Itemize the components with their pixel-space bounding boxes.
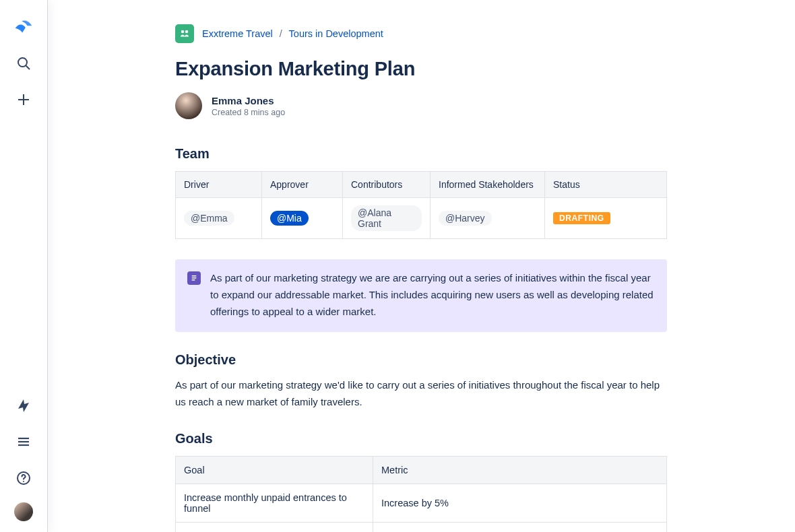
note-icon	[187, 271, 201, 285]
author-avatar[interactable]	[175, 92, 202, 119]
team-th-driver: Driver	[176, 172, 262, 198]
goal-cell: Increase monthly signups	[176, 522, 373, 532]
team-section: Team Driver Approver Contributors Inform…	[175, 146, 667, 239]
help-icon[interactable]	[11, 466, 36, 490]
status-badge: DRAFTING	[553, 212, 610, 224]
mention-stakeholder[interactable]: @Harvey	[439, 211, 492, 226]
space-avatar-icon[interactable]	[175, 24, 194, 43]
svg-rect-13	[192, 277, 197, 279]
goals-th-goal: Goal	[176, 456, 373, 484]
objective-text: As part of our marketing strategy we'd l…	[175, 377, 667, 411]
team-table: Driver Approver Contributors Informed St…	[175, 171, 667, 239]
page-title: Expansion Marketing Plan	[175, 58, 667, 80]
goals-heading: Goals	[175, 431, 667, 446]
goal-cell: Increase monthly unpaid entrances to fun…	[176, 484, 373, 522]
objective-section: Objective As part of our marketing strat…	[175, 352, 667, 411]
team-heading: Team	[175, 146, 667, 162]
metric-cell: Increase by 5%	[373, 484, 667, 522]
svg-rect-12	[192, 275, 197, 277]
metric-cell: Increase by 5%	[373, 522, 667, 532]
mention-driver[interactable]: @Emma	[184, 211, 234, 226]
table-row: Increase monthly signups Increase by 5%	[176, 522, 667, 532]
team-th-contributors: Contributors	[343, 172, 431, 198]
panel-text: As part of our marketing strategy we are…	[210, 270, 655, 320]
breadcrumb-space-link[interactable]: Exxtreme Travel	[202, 28, 273, 39]
page-byline: Emma Jones Created 8 mins ago	[175, 92, 667, 119]
team-th-approver: Approver	[262, 172, 343, 198]
info-panel: As part of our marketing strategy we are…	[175, 259, 667, 332]
product-logo-icon[interactable]	[11, 15, 36, 39]
team-th-stakeholders: Informed Stakeholders	[431, 172, 545, 198]
table-header-row: Goal Metric	[176, 456, 667, 484]
svg-point-9	[181, 30, 185, 34]
svg-line-1	[26, 66, 30, 70]
breadcrumb-separator: /	[280, 28, 282, 39]
objective-heading: Objective	[175, 352, 667, 368]
create-icon[interactable]	[11, 88, 36, 112]
author-name: Emma Jones	[212, 95, 285, 106]
svg-point-10	[185, 30, 189, 34]
goals-section: Goals Goal Metric Increase monthly unpai…	[175, 431, 667, 532]
svg-point-0	[18, 58, 27, 67]
svg-point-8	[23, 481, 24, 482]
notifications-icon[interactable]	[11, 393, 36, 418]
current-user-avatar[interactable]	[14, 502, 33, 521]
created-meta: Created 8 mins ago	[212, 108, 285, 117]
table-header-row: Driver Approver Contributors Informed St…	[176, 172, 667, 198]
table-row: @Emma @Mia @Alana Grant @Harvey DRAFTING	[176, 198, 667, 239]
table-row: Increase monthly unpaid entrances to fun…	[176, 484, 667, 522]
search-icon[interactable]	[11, 51, 36, 75]
svg-rect-14	[192, 279, 195, 281]
menu-icon[interactable]	[11, 430, 36, 454]
mention-contributor[interactable]: @Alana Grant	[351, 205, 422, 231]
goals-table: Goal Metric Increase monthly unpaid entr…	[175, 456, 667, 532]
team-th-status: Status	[545, 172, 667, 198]
main-content: Exxtreme Travel / Tours in Development E…	[47, 0, 795, 532]
global-sidebar	[0, 0, 47, 532]
breadcrumb-parent-link[interactable]: Tours in Development	[289, 28, 383, 39]
mention-approver[interactable]: @Mia	[270, 211, 309, 226]
goals-th-metric: Metric	[373, 456, 667, 484]
breadcrumb: Exxtreme Travel / Tours in Development	[175, 24, 667, 43]
